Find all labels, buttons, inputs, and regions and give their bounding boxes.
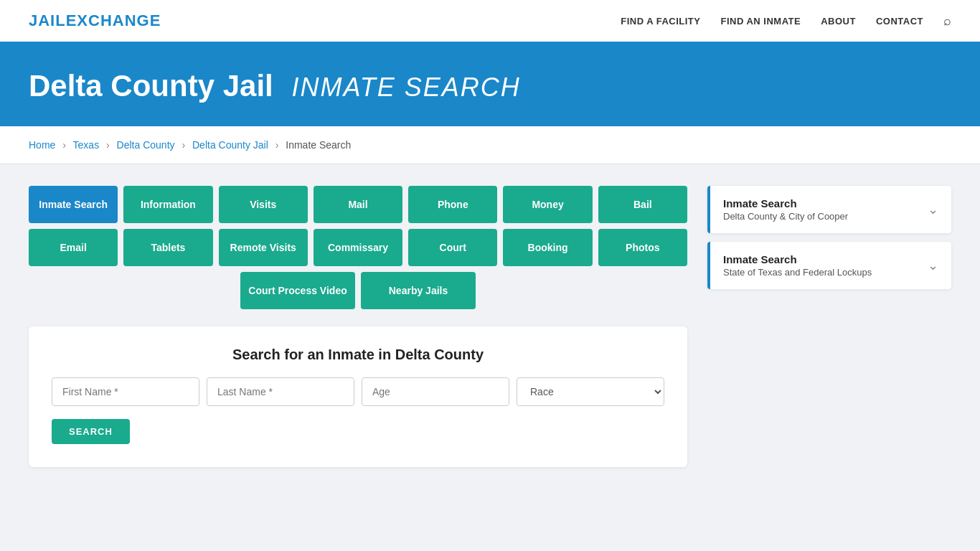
tab-commissary[interactable]: Commissary [314, 229, 402, 266]
tab-booking[interactable]: Booking [503, 229, 592, 266]
breadcrumb-delta-county[interactable]: Delta County [117, 139, 175, 151]
tab-visits[interactable]: Visits [219, 186, 308, 223]
tab-court[interactable]: Court [408, 229, 497, 266]
nav-find-inmate[interactable]: FIND AN INMATE [720, 16, 801, 27]
breadcrumb-home[interactable]: Home [29, 139, 55, 151]
tab-row-2: Email Tablets Remote Visits Commissary C… [29, 229, 687, 266]
nav-contact[interactable]: CONTACT [876, 16, 923, 27]
breadcrumb-delta-county-jail[interactable]: Delta County Jail [192, 139, 268, 151]
tab-bail[interactable]: Bail [598, 186, 687, 223]
chevron-down-icon-2: ⌄ [928, 258, 938, 273]
logo-exchange: EXCHANGE [66, 11, 161, 29]
breadcrumb-current: Inmate Search [286, 139, 351, 151]
tab-phone[interactable]: Phone [408, 186, 497, 223]
page-title: Delta County Jail INMATE SEARCH [29, 69, 951, 103]
sidebar-card-texas: Inmate Search State of Texas and Federal… [707, 242, 951, 289]
hero-title-main: Delta County Jail [29, 69, 273, 103]
main-content: Inmate Search Information Visits Mail Ph… [0, 164, 980, 489]
tab-tablets[interactable]: Tablets [123, 229, 212, 266]
nav-about[interactable]: ABOUT [821, 16, 856, 27]
tab-button-grid: Inmate Search Information Visits Mail Ph… [29, 186, 687, 309]
breadcrumb-sep-2: › [106, 139, 110, 151]
inmate-search-form: Search for an Inmate in Delta County Rac… [29, 326, 687, 467]
search-icon[interactable]: ⌕ [943, 14, 951, 29]
sidebar-card-title-2: Inmate Search State of Texas and Federal… [723, 253, 872, 278]
search-button[interactable]: SEARCH [52, 419, 130, 444]
tab-email[interactable]: Email [29, 229, 118, 266]
nav-find-facility[interactable]: FIND A FACILITY [621, 16, 700, 27]
breadcrumb-sep-1: › [62, 139, 66, 151]
logo-jail: JAIL [29, 11, 66, 29]
search-form-title: Search for an Inmate in Delta County [52, 347, 664, 363]
last-name-field[interactable] [207, 377, 354, 406]
sidebar-card-title-1: Inmate Search Delta County & City of Coo… [723, 197, 848, 222]
first-name-field[interactable] [52, 377, 199, 406]
tab-money[interactable]: Money [503, 186, 592, 223]
tab-row-1: Inmate Search Information Visits Mail Ph… [29, 186, 687, 223]
tab-remote-visits[interactable]: Remote Visits [219, 229, 308, 266]
tab-nearby-jails[interactable]: Nearby Jails [361, 272, 476, 309]
chevron-down-icon-1: ⌄ [928, 202, 938, 217]
tab-photos[interactable]: Photos [598, 229, 687, 266]
right-sidebar: Inmate Search Delta County & City of Coo… [707, 186, 951, 298]
tab-mail[interactable]: Mail [314, 186, 402, 223]
hero-banner: Delta County Jail INMATE SEARCH [0, 43, 980, 126]
breadcrumb: Home › Texas › Delta County › Delta Coun… [0, 126, 980, 164]
logo[interactable]: JAILEXCHANGE [29, 11, 161, 30]
navbar: JAILEXCHANGE FIND A FACILITY FIND AN INM… [0, 0, 980, 43]
sidebar-sub-label-2: State of Texas and Federal Lockups [723, 267, 872, 278]
nav-links: FIND A FACILITY FIND AN INMATE ABOUT CON… [621, 14, 951, 29]
tab-row-3: Court Process Video Nearby Jails [29, 272, 687, 309]
sidebar-main-label-2: Inmate Search [723, 253, 872, 265]
left-column: Inmate Search Information Visits Mail Ph… [29, 186, 687, 467]
tab-court-process-video[interactable]: Court Process Video [240, 272, 355, 309]
hero-title-sub: INMATE SEARCH [291, 72, 520, 102]
tab-inmate-search[interactable]: Inmate Search [29, 186, 118, 223]
sidebar-card-delta-county: Inmate Search Delta County & City of Coo… [707, 186, 951, 233]
sidebar-card-header-2[interactable]: Inmate Search State of Texas and Federal… [707, 242, 951, 289]
breadcrumb-sep-3: › [182, 139, 185, 151]
age-field[interactable] [362, 377, 509, 406]
race-select[interactable]: Race White Black Hispanic Asian Other [517, 377, 664, 406]
sidebar-main-label-1: Inmate Search [723, 197, 848, 209]
tab-information[interactable]: Information [123, 186, 212, 223]
sidebar-sub-label-1: Delta County & City of Cooper [723, 211, 848, 222]
breadcrumb-texas[interactable]: Texas [73, 139, 100, 151]
breadcrumb-sep-4: › [275, 139, 279, 151]
sidebar-card-header-1[interactable]: Inmate Search Delta County & City of Coo… [707, 186, 951, 233]
search-fields: Race White Black Hispanic Asian Other [52, 377, 664, 406]
